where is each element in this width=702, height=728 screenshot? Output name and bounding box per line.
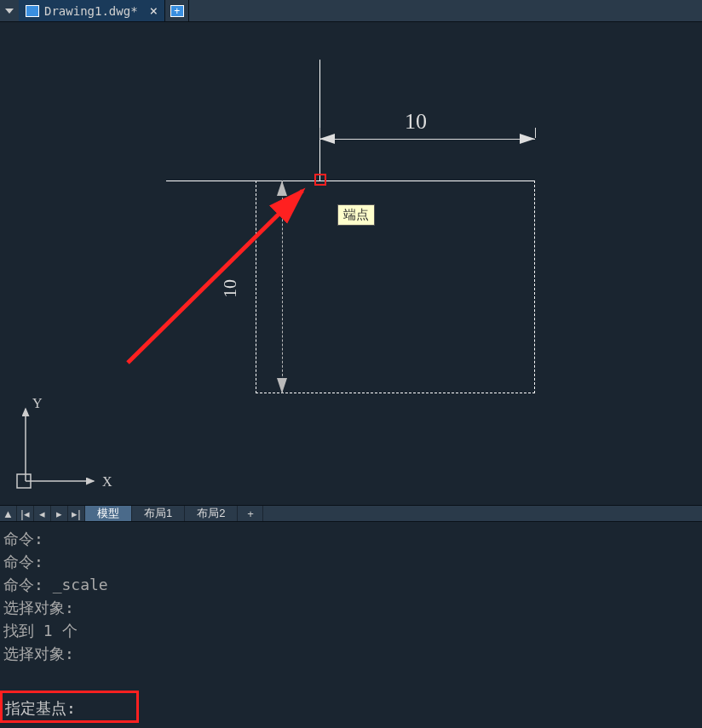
layout-add-label: + [247,507,254,520]
command-history-line: 选择对象: [3,642,699,665]
ucs-icon: Y X [9,396,119,498]
layout-nav-up-icon[interactable]: ▲ [0,506,17,521]
file-tab-active[interactable]: Drawing1.dwg* × [19,0,165,21]
dimension-vertical-line [282,181,283,393]
layout-tab-model[interactable]: 模型 [85,506,132,521]
dimension-vertical-value: 10 [219,279,241,298]
layout-tab-model-label: 模型 [97,506,119,521]
layout-tab-layout2[interactable]: 布局2 [185,506,238,521]
command-history-line: 选择对象: [3,596,699,619]
ucs-x-label: X [102,474,112,489]
dwg-file-icon [26,5,39,17]
layout-nav-first-icon[interactable]: |◂ [17,506,34,521]
command-input[interactable] [79,700,420,718]
command-history: 命令: 命令: 命令: _scale 选择对象: 找到 1 个 选择对象: [0,522,702,690]
arrowhead-right-icon [520,134,535,144]
snap-endpoint-marker [314,174,326,186]
ucs-y-label: Y [32,396,43,410]
command-history-line: 找到 1 个 [3,619,699,642]
arrowhead-up-icon [277,181,287,196]
layout-nav-last-icon[interactable]: ▸| [68,506,85,521]
arrowhead-down-icon [277,378,287,393]
tab-menu-dropdown-icon[interactable] [5,9,14,14]
new-tab-button[interactable]: + [165,0,189,21]
layout-tab-layout2-label: 布局2 [197,506,225,521]
file-tab-label: Drawing1.dwg* [44,4,138,18]
command-history-line: 命令: _scale [3,573,699,596]
command-history-line: 命令: [3,550,699,573]
plus-icon: + [170,5,184,17]
drawing-rectangle [256,181,535,393]
layout-nav-next-icon[interactable]: ▸ [51,506,68,521]
snap-tooltip: 端点 [337,204,375,226]
layout-tab-layout1-label: 布局1 [144,506,172,521]
command-line: 指定基点: [0,690,702,727]
dimension-horizontal-value: 10 [405,109,427,135]
dimension-horizontal-line [319,139,535,140]
dimension-tick [535,128,536,138]
close-tab-icon[interactable]: × [150,3,158,19]
layout-tab-layout1[interactable]: 布局1 [132,506,185,521]
drawing-canvas[interactable]: 10 10 端点 Y X [0,22,702,505]
command-history-line: 命令: [3,527,699,550]
layout-add-button[interactable]: + [238,506,263,521]
layout-tab-bar: ▲ |◂ ◂ ▸ ▸| 模型 布局1 布局2 + [0,505,702,522]
command-prompt: 指定基点: [5,698,76,719]
layout-nav-prev-icon[interactable]: ◂ [34,506,51,521]
arrowhead-left-icon [319,134,335,144]
drawing-line-vertical [319,60,320,181]
file-tab-bar: Drawing1.dwg* × + [0,0,702,22]
